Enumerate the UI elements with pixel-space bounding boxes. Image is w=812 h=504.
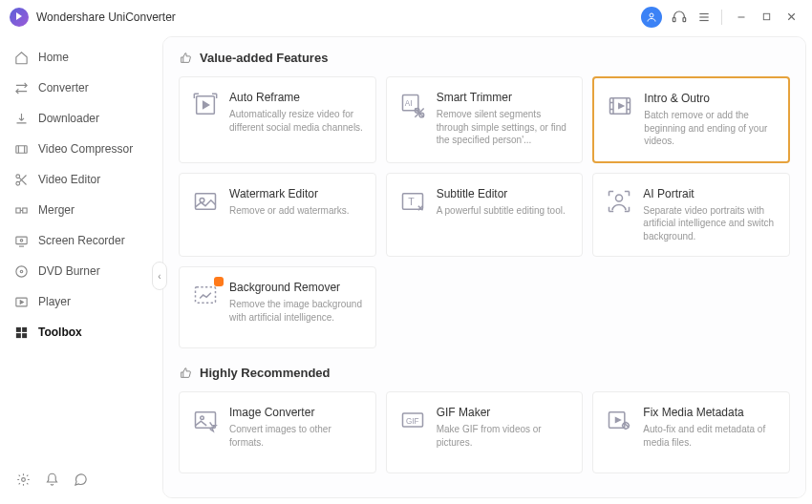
svg-point-18 bbox=[20, 270, 23, 273]
window-minimize-button[interactable] bbox=[730, 6, 753, 29]
notifications-bell-icon[interactable] bbox=[44, 472, 59, 487]
svg-point-0 bbox=[650, 13, 653, 17]
card-title: Subtitle Editor bbox=[437, 187, 571, 200]
download-icon bbox=[13, 111, 29, 126]
auto-reframe-icon bbox=[191, 91, 220, 119]
card-title: Auto Reframe bbox=[229, 91, 364, 104]
feedback-speech-icon[interactable] bbox=[73, 472, 88, 487]
sidebar-item-dvd-burner[interactable]: DVD Burner bbox=[0, 256, 159, 286]
section-header-value-added: Value-added Features bbox=[179, 51, 790, 65]
svg-rect-22 bbox=[15, 333, 20, 338]
metadata-icon bbox=[605, 406, 633, 434]
svg-point-17 bbox=[15, 265, 26, 276]
svg-text:GIF: GIF bbox=[406, 417, 419, 426]
card-title: Image Converter bbox=[229, 406, 364, 419]
svg-point-35 bbox=[616, 195, 623, 201]
section-title: Value-added Features bbox=[200, 51, 328, 65]
background-remover-icon bbox=[191, 281, 220, 309]
svg-rect-7 bbox=[763, 13, 769, 19]
card-title: Intro & Outro bbox=[644, 92, 777, 105]
sidebar-item-player[interactable]: Player bbox=[0, 286, 159, 317]
sidebar-item-label: DVD Burner bbox=[38, 264, 100, 278]
card-ai-portrait[interactable]: AI Portrait Separate video portraits wit… bbox=[592, 173, 790, 258]
thumbs-up-icon bbox=[179, 52, 192, 65]
svg-text:AI: AI bbox=[404, 99, 412, 108]
sidebar-item-downloader[interactable]: Downloader bbox=[0, 103, 159, 134]
svg-point-24 bbox=[21, 477, 25, 481]
svg-rect-21 bbox=[22, 326, 27, 331]
sidebar-collapse-handle[interactable]: ‹ bbox=[152, 262, 167, 290]
sidebar-item-label: Converter bbox=[38, 81, 89, 94]
sidebar-item-home[interactable]: Home bbox=[0, 42, 159, 73]
card-fix-media-metadata[interactable]: Fix Media Metadata Auto-fix and edit met… bbox=[592, 391, 790, 473]
gif-maker-icon: GIF bbox=[398, 406, 427, 434]
section-title: Highly Recommended bbox=[200, 366, 331, 380]
card-desc: Make GIF from videos or pictures. bbox=[437, 423, 571, 449]
card-desc: Batch remove or add the beginning and en… bbox=[644, 109, 777, 148]
scissors-icon bbox=[13, 172, 29, 187]
app-logo-icon bbox=[10, 8, 29, 27]
titlebar: Wondershare UniConverter bbox=[0, 0, 812, 34]
smart-trimmer-icon: AI bbox=[398, 91, 427, 119]
account-avatar-button[interactable] bbox=[641, 7, 662, 28]
sidebar-item-merger[interactable]: Merger bbox=[0, 195, 159, 225]
card-watermark-editor[interactable]: Watermark Editor Remove or add watermark… bbox=[179, 173, 376, 258]
sidebar-item-toolbox[interactable]: Toolbox bbox=[0, 317, 159, 347]
window-maximize-button[interactable] bbox=[755, 6, 778, 29]
sidebar-item-video-compressor[interactable]: Video Compressor bbox=[0, 134, 159, 164]
card-auto-reframe[interactable]: Auto Reframe Automatically resize video … bbox=[179, 76, 376, 163]
svg-text:T: T bbox=[408, 195, 415, 206]
disc-icon bbox=[13, 263, 29, 279]
svg-rect-2 bbox=[683, 17, 686, 21]
sidebar-item-label: Home bbox=[38, 51, 69, 64]
card-gif-maker[interactable]: GIF GIF Maker Make GIF from videos or pi… bbox=[386, 391, 584, 473]
converter-icon bbox=[13, 80, 29, 95]
svg-rect-1 bbox=[673, 17, 675, 21]
section-header-recommended: Highly Recommended bbox=[179, 366, 790, 380]
svg-point-16 bbox=[20, 239, 23, 242]
svg-rect-13 bbox=[15, 208, 19, 213]
watermark-icon bbox=[191, 187, 220, 216]
recorder-icon bbox=[13, 233, 29, 248]
sidebar-item-label: Merger bbox=[38, 203, 75, 217]
card-subtitle-editor[interactable]: T Subtitle Editor A powerful subtitle ed… bbox=[386, 173, 584, 258]
card-title: Background Remover bbox=[229, 281, 364, 294]
merger-icon bbox=[13, 202, 29, 218]
card-title: GIF Maker bbox=[437, 406, 571, 419]
window-close-button[interactable] bbox=[780, 6, 802, 29]
card-intro-outro[interactable]: Intro & Outro Batch remove or add the be… bbox=[592, 76, 790, 163]
app-title: Wondershare UniConverter bbox=[36, 10, 176, 24]
sidebar-item-converter[interactable]: Converter bbox=[0, 73, 159, 103]
card-desc: Remove silent segments through simple se… bbox=[437, 108, 571, 147]
support-headset-icon[interactable] bbox=[668, 6, 691, 29]
intro-outro-icon bbox=[606, 92, 634, 120]
menu-hamburger-icon[interactable] bbox=[693, 6, 716, 29]
card-title: Smart Trimmer bbox=[437, 91, 571, 104]
sidebar-item-video-editor[interactable]: Video Editor bbox=[0, 164, 159, 195]
svg-rect-20 bbox=[15, 326, 20, 331]
card-image-converter[interactable]: Image Converter Convert images to other … bbox=[179, 391, 376, 473]
content-panel: Value-added Features Auto Reframe Automa… bbox=[162, 36, 806, 498]
card-smart-trimmer[interactable]: AI Smart Trimmer Remove silent segments … bbox=[386, 76, 584, 163]
card-desc: Separate video portraits with artificial… bbox=[643, 204, 778, 243]
sidebar-item-screen-recorder[interactable]: Screen Recorder bbox=[0, 225, 159, 256]
svg-rect-10 bbox=[15, 145, 26, 153]
new-badge-icon bbox=[214, 277, 224, 286]
svg-rect-15 bbox=[15, 237, 26, 244]
sidebar-item-label: Screen Recorder bbox=[38, 234, 125, 247]
sidebar-item-label: Toolbox bbox=[38, 326, 82, 339]
card-desc: Auto-fix and edit metadata of media file… bbox=[643, 423, 778, 449]
card-title: Fix Media Metadata bbox=[643, 406, 778, 419]
thumbs-up-icon bbox=[179, 367, 192, 380]
card-desc: Remove or add watermarks. bbox=[229, 204, 364, 218]
svg-point-11 bbox=[15, 174, 19, 178]
play-icon bbox=[13, 294, 29, 309]
card-desc: Automatically resize video for different… bbox=[229, 108, 364, 134]
card-background-remover[interactable]: Background Remover Remove the image back… bbox=[179, 266, 376, 348]
image-converter-icon bbox=[191, 406, 220, 434]
sidebar-item-label: Video Compressor bbox=[38, 142, 133, 156]
svg-rect-14 bbox=[22, 208, 26, 213]
card-title: AI Portrait bbox=[643, 187, 778, 200]
settings-gear-icon[interactable] bbox=[15, 472, 31, 487]
card-desc: Remove the image background with artific… bbox=[229, 298, 364, 324]
